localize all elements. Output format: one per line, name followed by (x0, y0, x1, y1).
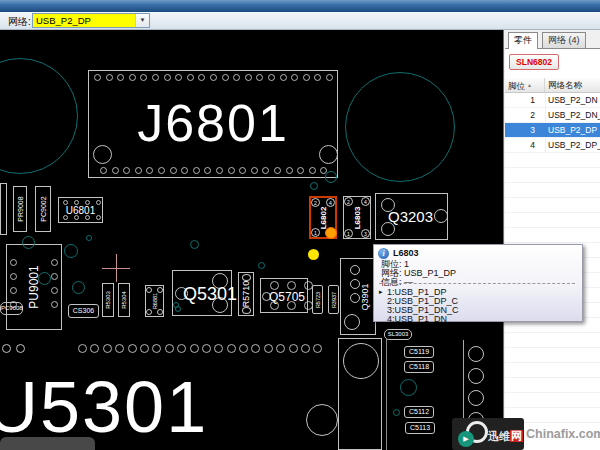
component-sl3003[interactable]: SL3003 (384, 329, 412, 340)
watermark-logo-block: ▶ 迅维网 (452, 418, 524, 450)
via (258, 262, 265, 269)
component-cs306[interactable]: CS306 (68, 304, 99, 318)
window-title-bar (0, 0, 600, 12)
component-c5113[interactable]: C5113 (405, 422, 435, 434)
component-q3901[interactable]: Q3901 (340, 258, 376, 335)
mounting-hole (345, 72, 455, 182)
net-label: 网络: (8, 15, 31, 29)
component-c5112[interactable]: C5112 (404, 406, 434, 418)
via (325, 171, 337, 183)
pad-strip (0, 437, 95, 450)
pad (343, 343, 379, 379)
tab-networks[interactable]: 网络 (4) (542, 32, 586, 48)
component-label: L6803 (353, 206, 362, 229)
pad (468, 346, 484, 362)
component-label: R5723 (315, 291, 321, 307)
pad (157, 309, 163, 315)
component-label: Q5705 (269, 290, 305, 304)
component-l6802-selected[interactable]: L6802 2 4 1 3 (309, 196, 337, 239)
tooltip-separator (379, 283, 575, 284)
tab-parts[interactable]: 零件 (508, 32, 538, 49)
component-r5303[interactable]: R5303 (102, 283, 114, 317)
component-pu9001[interactable]: PU9001 (6, 244, 62, 330)
pad (242, 307, 251, 314)
table-row[interactable]: 4 USB_P2_DP_C (505, 138, 600, 153)
component-r5723[interactable]: R5723 (312, 285, 323, 314)
origin-cross-marker (102, 254, 130, 282)
pad (344, 314, 360, 330)
pin-row (94, 74, 337, 81)
table-header[interactable]: 脚位▲ 网络名称 (505, 78, 600, 93)
table-row-selected[interactable]: 3 USB_P2_DP (505, 123, 600, 138)
pin-3: 3 (361, 229, 370, 238)
pin-row (100, 167, 332, 174)
component-c5118[interactable]: C5118 (404, 361, 434, 373)
highlight-orange-dot (325, 227, 337, 239)
pad (2, 344, 11, 353)
watermark-cn-text: 迅维网 (488, 429, 523, 444)
component-q3203[interactable]: Q3203 (375, 193, 448, 240)
pad (319, 145, 338, 164)
component-u5301-label: U5301 (0, 366, 208, 448)
pin-4: 4 (326, 198, 335, 207)
tooltip-title: L6803 (393, 248, 419, 258)
component-q5705[interactable]: Q5705 (260, 278, 308, 313)
component-r6881[interactable]: R6881 (145, 285, 164, 317)
component-ref-button[interactable]: SLN6802 (509, 54, 559, 70)
connector-outline (338, 338, 382, 450)
pad (16, 344, 25, 353)
pad (350, 279, 360, 289)
via (393, 409, 400, 416)
board-trace-line (386, 338, 387, 450)
component-label: J6801 (89, 93, 337, 153)
logo-play-icon: ▶ (458, 431, 474, 447)
toolbar: 网络: USB_P2_DP ▼ (0, 12, 600, 30)
component-label: Q3901 (360, 283, 370, 310)
component-label: PR9008 (17, 196, 24, 221)
pcb-board-view[interactable]: J6801 PR9008 PC9002 U6801 PU9001 PC9008 … (0, 30, 503, 450)
via (190, 240, 199, 249)
via (310, 182, 318, 190)
column-header-net[interactable]: 网络名称 (545, 78, 600, 92)
highlight-yellow-dot (308, 249, 319, 260)
component-r3937[interactable]: R3937 (328, 285, 339, 314)
pin-2: 2 (311, 198, 320, 207)
component-tooltip: i L6803 脚位: 1 网络: USB_P1_DP 信息: — ▸ 1:US… (373, 244, 583, 322)
combobox-dropdown-icon[interactable]: ▼ (135, 14, 149, 27)
mounting-hole (0, 58, 78, 174)
component-pc9008[interactable]: PC9008 (0, 302, 23, 315)
component-pc9002[interactable]: PC9002 (35, 186, 51, 232)
tooltip-pin-item: 4:USB_P1_DN (387, 314, 447, 324)
table-row[interactable]: 2 USB_P2_DN_C (505, 108, 600, 123)
component-label: R5304 (121, 291, 127, 309)
component-cut[interactable] (0, 183, 7, 235)
component-u6801[interactable]: U6801 (58, 197, 103, 223)
pad (93, 145, 112, 164)
component-r5710[interactable]: R5710 (238, 272, 254, 316)
pad (350, 265, 360, 275)
net-combobox-value[interactable]: USB_P2_DP (33, 14, 136, 27)
watermark-site-text: Chinafix.com (526, 427, 600, 441)
component-label: SL3003 (385, 330, 411, 339)
component-label: R3937 (331, 291, 337, 307)
component-r5304[interactable]: R5304 (118, 283, 130, 317)
component-c5119[interactable]: C5119 (404, 346, 434, 358)
table-row[interactable]: 1 USB_P2_DN (505, 93, 600, 108)
net-combobox[interactable]: USB_P2_DP ▼ (32, 13, 150, 28)
pad (468, 368, 484, 384)
column-header-pin[interactable]: 脚位▲ (505, 78, 545, 92)
component-l6803[interactable]: L6803 2 4 1 3 (343, 196, 371, 239)
via (175, 306, 181, 312)
component-label: R6881 (152, 293, 158, 309)
pin-1: 1 (344, 229, 353, 238)
via (400, 379, 417, 396)
component-j6801[interactable]: J6801 (88, 70, 338, 178)
component-label: L6802 (319, 206, 328, 229)
via (22, 236, 35, 249)
pad (306, 404, 338, 436)
component-q5301[interactable]: Q5301 (172, 270, 232, 316)
component-label: Q5301 (183, 284, 237, 305)
pin-row (51, 259, 58, 315)
pad (146, 309, 152, 315)
component-pr9008[interactable]: PR9008 (13, 186, 27, 232)
